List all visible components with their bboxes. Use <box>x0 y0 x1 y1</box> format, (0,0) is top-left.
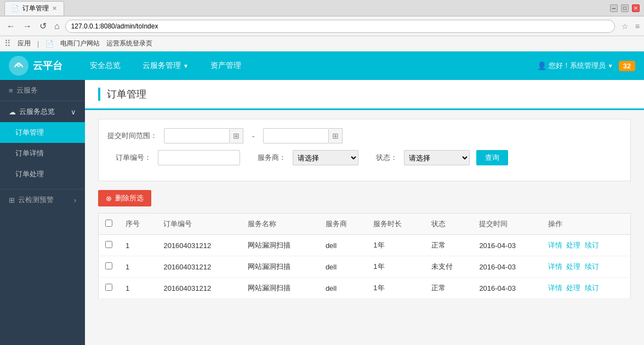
forward-button[interactable]: → <box>21 20 34 32</box>
date-end-wrapper: ⊞ <box>263 128 343 143</box>
maximize-button[interactable]: □ <box>621 4 629 12</box>
delete-selected-button[interactable]: ⊗ 删除所选 <box>98 190 151 206</box>
cell-status: 正常 <box>425 235 472 256</box>
calendar-start-icon[interactable]: ⊞ <box>230 128 243 143</box>
bookmark-ecommerce[interactable]: 电商门户网站 <box>60 39 100 48</box>
date-range-label: 提交时间范围： <box>107 131 157 141</box>
bookmark-apps[interactable]: 应用 <box>18 39 31 48</box>
cell-order-no: 201604031212 <box>157 235 241 256</box>
nav-security[interactable]: 安全总览 <box>79 51 132 80</box>
action-detail-2[interactable]: 详情 <box>548 284 562 292</box>
row-checkbox-2[interactable] <box>105 284 112 291</box>
cell-actions: 详情 处理 续订 <box>542 278 630 299</box>
header-duration: 服务时长 <box>367 214 425 235</box>
date-start-wrapper: ⊞ <box>164 128 243 143</box>
action-detail-0[interactable]: 详情 <box>548 241 562 249</box>
apps-icon[interactable]: ⠿ <box>4 38 11 49</box>
filter-row-date: 提交时间范围： ⊞ - ⊞ <box>107 128 622 143</box>
nav-cloud[interactable]: 云服务管理 ▼ <box>132 51 200 80</box>
sidebar-order-management[interactable]: 订单管理 <box>0 122 85 143</box>
monitor-icon: ⊞ <box>9 196 15 204</box>
date-end-input[interactable] <box>263 128 329 143</box>
home-button[interactable]: ⌂ <box>52 20 62 32</box>
minimize-button[interactable]: ─ <box>610 4 618 12</box>
bookmark-ops[interactable]: 运营系统登录页 <box>106 39 152 48</box>
bookmark-divider: | <box>37 40 39 48</box>
page-header: 订单管理 <box>85 80 644 110</box>
cell-status: 未支付 <box>425 256 472 278</box>
status-select[interactable]: 请选择 <box>404 150 470 165</box>
cell-status: 正常 <box>425 278 472 299</box>
user-icon: 👤 <box>537 61 546 70</box>
action-renew-1[interactable]: 续订 <box>585 262 599 271</box>
tab-close-icon[interactable]: ✕ <box>52 5 57 12</box>
filter-section: 提交时间范围： ⊞ - ⊞ 订单编号： <box>98 119 631 181</box>
row-checkbox-cell <box>99 256 119 278</box>
header-submit-time: 提交时间 <box>472 214 542 235</box>
window-controls: ─ □ ✕ <box>610 4 640 12</box>
header-seq: 序号 <box>119 214 157 235</box>
user-info[interactable]: 👤 您好！系统管理员 ▼ <box>537 61 613 71</box>
status-label: 状态： <box>376 153 397 163</box>
reload-button[interactable]: ↺ <box>37 20 49 32</box>
action-process-0[interactable]: 处理 <box>566 241 580 249</box>
menu-icon[interactable]: ≡ <box>635 22 640 31</box>
data-table: 序号 订单编号 服务名称 服务商 服务时长 状态 提交时间 操作 <box>98 213 631 299</box>
row-checkbox-cell <box>99 278 119 299</box>
action-process-1[interactable]: 处理 <box>566 262 580 271</box>
top-nav-links: 安全总览 云服务管理 ▼ 资产管理 <box>79 51 537 80</box>
table-row: 1 201604031212 网站漏洞扫描 dell 1年 未支付 2016-0… <box>99 256 631 278</box>
query-button[interactable]: 查询 <box>476 150 508 165</box>
action-detail-1[interactable]: 详情 <box>548 262 562 271</box>
notification-badge[interactable]: 32 <box>619 61 635 71</box>
header-vendor: 服务商 <box>319 214 367 235</box>
browser-addressbar: ← → ↺ ⌂ ☆ ≡ <box>0 16 644 36</box>
cell-duration: 1年 <box>367 235 425 256</box>
cell-vendor: dell <box>319 235 367 256</box>
sidebar-cloud-overview[interactable]: ☁ 云服务总览 ∨ <box>0 101 85 122</box>
main-layout: ≡ 云服务 ☁ 云服务总览 ∨ 订单管理 订单详情 订单处理 ⊞ <box>0 80 644 345</box>
address-input[interactable] <box>65 20 615 33</box>
sidebar-section-monitor[interactable]: ⊞ 云检测预警 › <box>0 189 85 210</box>
cell-service: 网站漏洞扫描 <box>241 235 319 256</box>
sidebar-order-process[interactable]: 订单处理 <box>0 164 85 185</box>
close-button[interactable]: ✕ <box>632 4 640 12</box>
cell-submit-time: 2016-04-03 <box>472 235 542 256</box>
header-actions: 操作 <box>542 214 630 235</box>
nav-assets[interactable]: 资产管理 <box>200 51 252 80</box>
vendor-select[interactable]: 请选择 <box>293 150 358 165</box>
date-start-input[interactable] <box>164 128 230 143</box>
grid-icon: ≡ <box>9 87 13 95</box>
cell-vendor: dell <box>319 256 367 278</box>
select-all-checkbox[interactable] <box>105 220 112 227</box>
app-container: 云平台 安全总览 云服务管理 ▼ 资产管理 👤 您好！系统管理员 ▼ 32 <box>0 51 644 345</box>
date-dash: - <box>250 132 257 140</box>
row-checkbox-0[interactable] <box>105 241 112 248</box>
header-service-name: 服务名称 <box>241 214 319 235</box>
browser-tab[interactable]: 📄 订单管理 ✕ <box>4 1 64 15</box>
sidebar-order-detail[interactable]: 订单详情 <box>0 143 85 164</box>
back-button[interactable]: ← <box>4 20 18 32</box>
order-no-input[interactable] <box>158 150 240 165</box>
sidebar-section-cloud: ≡ 云服务 <box>0 80 85 101</box>
row-checkbox-1[interactable] <box>105 262 112 269</box>
bookmarks-bar: ⠿ 应用 | 📄 电商门户网站 运营系统登录页 <box>0 36 644 51</box>
top-nav: 云平台 安全总览 云服务管理 ▼ 资产管理 👤 您好！系统管理员 ▼ 32 <box>0 51 644 80</box>
action-renew-0[interactable]: 续订 <box>585 241 599 249</box>
top-nav-right: 👤 您好！系统管理员 ▼ 32 <box>537 61 635 71</box>
cell-service: 网站漏洞扫描 <box>241 278 319 299</box>
calendar-end-icon[interactable]: ⊞ <box>329 128 343 143</box>
vendor-label: 服务商： <box>258 153 286 163</box>
sidebar: ≡ 云服务 ☁ 云服务总览 ∨ 订单管理 订单详情 订单处理 ⊞ <box>0 80 85 345</box>
cell-seq: 1 <box>119 278 157 299</box>
cell-duration: 1年 <box>367 278 425 299</box>
page-title: 订单管理 <box>98 88 631 101</box>
cell-seq: 1 <box>119 256 157 278</box>
header-status: 状态 <box>425 214 472 235</box>
cell-order-no: 201604031212 <box>157 278 241 299</box>
header-order-no: 订单编号 <box>157 214 241 235</box>
action-renew-2[interactable]: 续订 <box>585 284 599 292</box>
logo: 云平台 <box>9 56 79 76</box>
bookmark-star-icon[interactable]: ☆ <box>618 21 632 32</box>
action-process-2[interactable]: 处理 <box>566 284 580 292</box>
